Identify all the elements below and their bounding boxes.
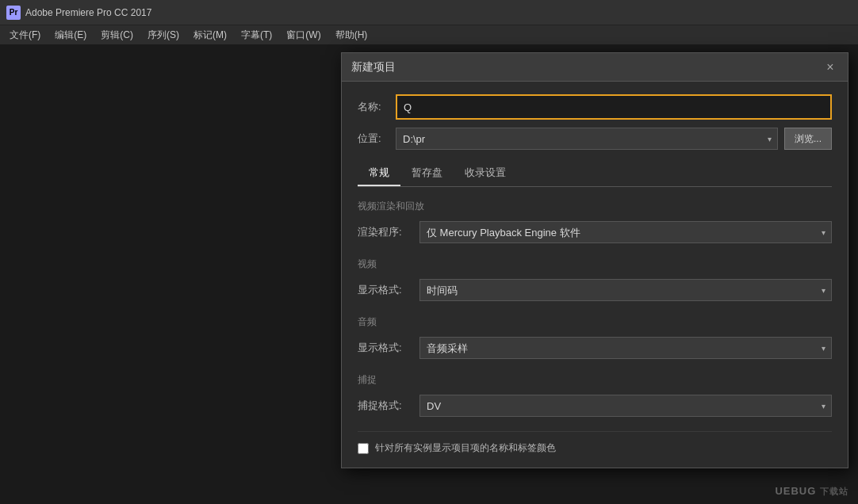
renderer-select[interactable]: 仅 Mercury Playback Engine 软件 Mercury Pla… xyxy=(419,221,832,243)
menu-marker[interactable]: 标记(M) xyxy=(187,27,233,44)
menu-sequence[interactable]: 序列(S) xyxy=(141,27,186,44)
video-display-select[interactable]: 时间码 英尺+帧 帧 xyxy=(419,279,832,301)
watermark-text: UEBUG xyxy=(775,485,816,497)
audio-display-label: 显示格式: xyxy=(358,341,413,355)
audio-section-title: 音频 xyxy=(358,315,832,329)
capture-format-label: 捕捉格式: xyxy=(358,399,413,413)
video-display-label: 显示格式: xyxy=(358,283,413,297)
location-label: 位置: xyxy=(358,132,389,146)
menu-bar: 文件(F) 编辑(E) 剪辑(C) 序列(S) 标记(M) 字幕(T) 窗口(W… xyxy=(0,25,858,44)
checkbox-row: 针对所有实例显示项目项的名称和标签颜色 xyxy=(358,431,832,455)
menu-subtitle[interactable]: 字幕(T) xyxy=(235,27,278,44)
video-section: 视频 显示格式: 时间码 英尺+帧 帧 ▾ xyxy=(358,258,832,301)
tab-general[interactable]: 常规 xyxy=(358,161,400,186)
watermark-subtext: 下载站 xyxy=(820,487,848,496)
video-display-select-wrapper: 时间码 英尺+帧 帧 ▾ xyxy=(419,279,832,301)
tabs-row: 常规 暂存盘 收录设置 xyxy=(358,161,832,187)
video-display-row: 显示格式: 时间码 英尺+帧 帧 ▾ xyxy=(358,279,832,301)
menu-help[interactable]: 帮助(H) xyxy=(329,27,374,44)
name-input-wrapper xyxy=(396,94,832,120)
location-field-row: 位置: D:\pr ▾ 浏览... xyxy=(358,128,832,150)
menu-clip[interactable]: 剪辑(C) xyxy=(94,27,140,44)
browse-button[interactable]: 浏览... xyxy=(784,128,832,150)
name-label: 名称: xyxy=(358,100,389,114)
audio-display-select[interactable]: 音频采样 毫秒 xyxy=(419,337,832,359)
audio-display-select-wrapper: 音频采样 毫秒 ▾ xyxy=(419,337,832,359)
renderer-select-wrapper: 仅 Mercury Playback Engine 软件 Mercury Pla… xyxy=(419,221,832,243)
capture-section-title: 捕捉 xyxy=(358,373,832,387)
show-names-checkbox[interactable] xyxy=(358,443,369,454)
menu-file[interactable]: 文件(F) xyxy=(3,27,47,44)
dialog-close-button[interactable]: × xyxy=(822,59,838,75)
audio-display-row: 显示格式: 音频采样 毫秒 ▾ xyxy=(358,337,832,359)
menu-edit[interactable]: 编辑(E) xyxy=(48,27,93,44)
renderer-label: 渲染程序: xyxy=(358,225,413,239)
menu-window[interactable]: 窗口(W) xyxy=(280,27,327,44)
capture-format-select-wrapper: DV HDV ▾ xyxy=(419,395,832,417)
audio-section: 音频 显示格式: 音频采样 毫秒 ▾ xyxy=(358,315,832,359)
app-icon: Pr xyxy=(6,6,21,20)
title-bar: Pr Adobe Premiere Pro CC 2017 xyxy=(0,0,858,25)
capture-section: 捕捉 捕捉格式: DV HDV ▾ xyxy=(358,373,832,417)
checkbox-label: 针对所有实例显示项目项的名称和标签颜色 xyxy=(375,441,556,455)
tab-ingest[interactable]: 收录设置 xyxy=(454,161,517,186)
name-field-row: 名称: xyxy=(358,94,832,120)
watermark: UEBUG 下载站 xyxy=(775,485,848,498)
name-input[interactable] xyxy=(397,96,830,118)
dialog-body: 名称: 位置: D:\pr ▾ 浏览... 常规 暂存盘 xyxy=(342,82,848,468)
dialog-titlebar: 新建项目 × xyxy=(342,53,848,82)
tab-scratch[interactable]: 暂存盘 xyxy=(400,161,454,186)
main-area: 新建项目 × 名称: 位置: D:\pr ▾ 浏览. xyxy=(0,44,858,504)
video-render-section: 视频渲染和回放 渲染程序: 仅 Mercury Playback Engine … xyxy=(358,200,832,243)
location-select[interactable]: D:\pr xyxy=(396,128,778,150)
app-title: Adobe Premiere Pro CC 2017 xyxy=(25,7,151,18)
renderer-row: 渲染程序: 仅 Mercury Playback Engine 软件 Mercu… xyxy=(358,221,832,243)
capture-format-row: 捕捉格式: DV HDV ▾ xyxy=(358,395,832,417)
capture-format-select[interactable]: DV HDV xyxy=(419,395,832,417)
new-project-dialog: 新建项目 × 名称: 位置: D:\pr ▾ 浏览. xyxy=(341,52,848,468)
video-section-title: 视频 xyxy=(358,258,832,271)
video-render-title: 视频渲染和回放 xyxy=(358,200,832,213)
dialog-title: 新建项目 xyxy=(351,60,396,74)
location-select-wrapper: D:\pr ▾ xyxy=(396,128,778,150)
